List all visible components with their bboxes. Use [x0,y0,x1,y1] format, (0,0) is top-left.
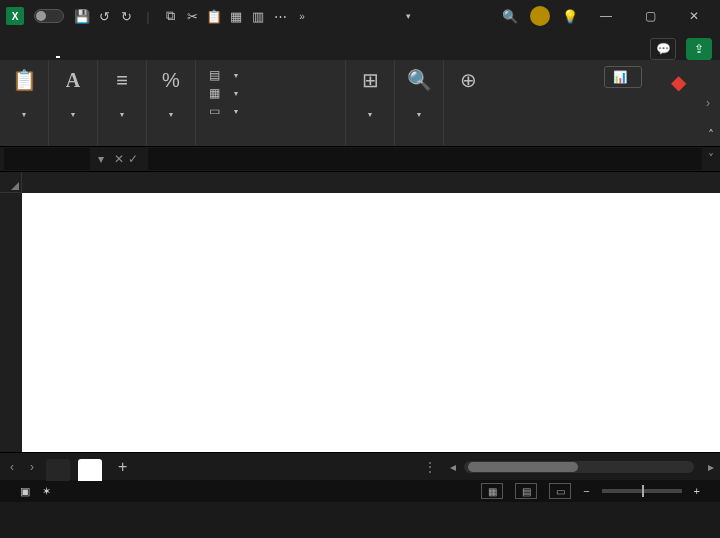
chevron-down-icon: ▾ [368,110,372,119]
paste-icon[interactable]: 📋 [206,8,222,24]
expand-formula-bar-icon[interactable]: ˅ [702,152,720,166]
collapse-ribbon-button[interactable]: ˄ [708,128,714,142]
minimize-button[interactable]: — [590,6,622,26]
ribbon-scroll-right-icon[interactable]: › [706,96,710,110]
select-all-corner[interactable] [0,172,22,193]
font-button[interactable]: A ▾ [55,64,91,121]
formula-input[interactable] [148,148,702,170]
status-bar: ▣ ✶ ▦ ▤ ▭ − + [0,480,720,502]
spreadsheet-grid[interactable] [0,172,720,452]
search-icon[interactable]: 🔍 [502,8,518,24]
menu-home[interactable] [52,50,64,60]
menu-help[interactable] [228,50,240,60]
qa-chevron-icon[interactable]: » [294,8,310,24]
ribbon-group-addins: ⊕ [444,60,492,146]
toggle-off-icon[interactable] [34,9,64,23]
acrobat-icon: ◆ [664,68,692,96]
autosave-toggle[interactable] [30,9,68,23]
name-box-dropdown-icon[interactable]: ▾ [94,152,108,166]
title-bar: X 💾 ↺ ↻ | ⧉ ✂ 📋 ▦ ▥ ⋯ » ▾ 🔍 💡 — ▢ ✕ [0,0,720,32]
sheet-nav-prev[interactable]: ‹ [6,460,18,474]
font-icon: A [59,66,87,94]
sheet-tab-1[interactable] [78,459,102,481]
horizontal-scrollbar[interactable] [464,461,694,473]
accessibility-status[interactable]: ✶ [42,485,51,498]
sheet-nav-next[interactable]: › [26,460,38,474]
formula-bar: ▾ ✕ ✓ ˅ [0,146,720,172]
maximize-button[interactable]: ▢ [634,6,666,26]
column-headers [22,172,720,193]
menu-data[interactable] [140,50,152,60]
menu-review[interactable] [162,50,174,60]
number-button[interactable]: % ▾ [153,64,189,121]
close-button[interactable]: ✕ [678,6,710,26]
menu-acrobat[interactable] [250,50,262,60]
format-as-table-button[interactable]: ▦ ▾ [202,84,242,102]
zoom-in-button[interactable]: + [694,485,700,497]
redo-icon[interactable]: ↻ [118,8,134,24]
cells-button[interactable]: ⊞ ▾ [352,64,388,121]
ribbon-group-styles: ▤ ▾ ▦ ▾ ▭ ▾ [196,60,346,146]
menu-draw[interactable] [74,50,86,60]
hscroll-thumb[interactable] [468,462,578,472]
ribbon-group-cells: ⊞ ▾ [346,60,395,146]
chevron-down-icon: ▾ [234,107,238,116]
chevron-down-icon: ▾ [417,110,421,119]
adobe-acrobat-button[interactable]: ◆ [660,66,696,100]
zoom-out-button[interactable]: − [583,485,589,497]
view-page-layout-button[interactable]: ▤ [515,483,537,499]
sheet-tab-0[interactable] [46,459,70,481]
ribbon-right: 📊 ◆ › [594,60,720,146]
doc-title-chevron-icon: ▾ [406,11,411,21]
lightbulb-icon[interactable]: 💡 [562,8,578,24]
cut-icon[interactable]: ✂ [184,8,200,24]
confirm-formula-icon[interactable]: ✓ [128,152,138,166]
cancel-formula-icon[interactable]: ✕ [114,152,124,166]
undo-icon[interactable]: ↺ [96,8,112,24]
chevron-down-icon: ▾ [169,110,173,119]
ribbon-group-alignment: ≡ ▾ [98,60,147,146]
addins-button[interactable]: ⊕ [450,64,486,98]
conditional-formatting-button[interactable]: ▤ ▾ [202,66,242,84]
qa-more-2-icon[interactable]: ▥ [250,8,266,24]
analyze-data-button[interactable]: 📊 [604,66,642,88]
addins-icon: ⊕ [454,66,482,94]
zoom-slider[interactable] [602,489,682,493]
qa-sep: | [140,8,156,24]
qa-more-1-icon[interactable]: ▦ [228,8,244,24]
document-title[interactable]: ▾ [402,11,411,21]
ribbon-group-editing: 🔍 ▾ [395,60,444,146]
qa-overflow-icon[interactable]: ⋯ [272,8,288,24]
menu-view[interactable] [184,50,196,60]
copy-icon[interactable]: ⧉ [162,8,178,24]
sheet-overflow-icon[interactable]: ⋮ [418,460,442,474]
menu-insert[interactable] [30,50,42,60]
share-button[interactable]: ⇪ [686,38,712,60]
clipboard-button[interactable]: 📋 ▾ [6,64,42,121]
editing-button[interactable]: 🔍 ▾ [401,64,437,121]
chevron-down-icon: ▾ [120,110,124,119]
cell-styles-button[interactable]: ▭ ▾ [202,102,242,120]
menu-formulas[interactable] [118,50,130,60]
menu-developer[interactable] [206,50,218,60]
table-icon: ▦ [206,86,222,100]
menu-file[interactable] [8,50,20,60]
alignment-button[interactable]: ≡ ▾ [104,64,140,121]
ribbon: 📋 ▾ A ▾ ≡ ▾ % ▾ ▤ ▾ ▦ ▾ ▭ ▾ ⊞ ▾ 🔍 [0,60,720,146]
macro-record-icon[interactable]: ▣ [20,485,30,498]
hscroll-right-icon[interactable]: ▸ [708,460,714,474]
add-sheet-button[interactable]: + [110,458,135,476]
comments-button[interactable]: 💬 [650,38,676,60]
clipboard-icon: 📋 [10,66,38,94]
view-page-break-button[interactable]: ▭ [549,483,571,499]
ribbon-group-number: % ▾ [147,60,196,146]
menu-power-pivot[interactable] [272,50,284,60]
cond-format-icon: ▤ [206,68,222,82]
avatar[interactable] [530,6,550,26]
hscroll-left-icon[interactable]: ◂ [450,460,456,474]
cells-icon: ⊞ [356,66,384,94]
menu-page-layout[interactable] [96,50,108,60]
name-box[interactable] [4,148,90,170]
view-normal-button[interactable]: ▦ [481,483,503,499]
save-icon[interactable]: 💾 [74,8,90,24]
